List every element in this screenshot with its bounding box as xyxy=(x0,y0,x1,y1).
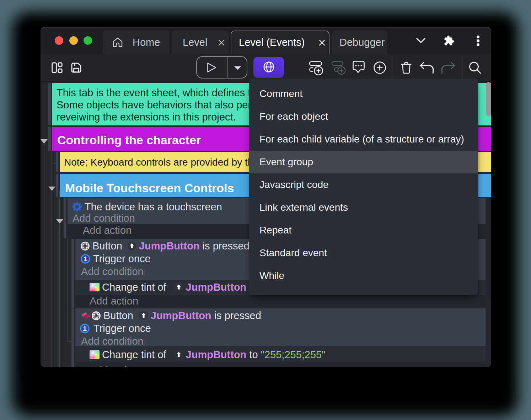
svg-text:1: 1 xyxy=(83,325,87,332)
svg-text:1: 1 xyxy=(84,255,87,263)
